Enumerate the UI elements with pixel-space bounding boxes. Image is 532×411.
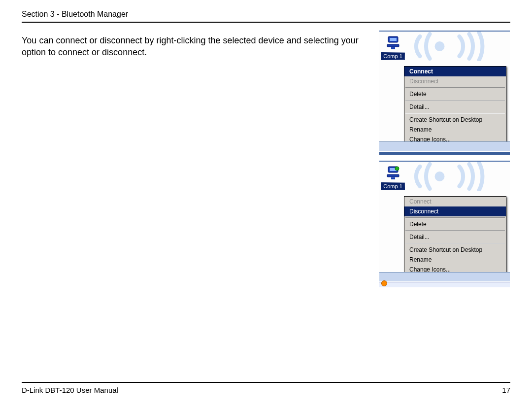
- screenshot-connect: Comp 1 Connect Disconnect Delete Detail.…: [379, 31, 510, 155]
- menu-item-rename[interactable]: Rename: [404, 255, 506, 265]
- footer-divider: [22, 382, 510, 383]
- status-strip: [379, 272, 510, 281]
- svg-point-0: [435, 41, 445, 51]
- svg-rect-2: [390, 38, 397, 41]
- bluetooth-waves-icon: [409, 162, 510, 191]
- menu-item-rename[interactable]: Rename: [404, 125, 506, 135]
- device-label[interactable]: Comp 1: [381, 182, 405, 190]
- svg-rect-3: [387, 44, 399, 47]
- device-area: Comp 1: [379, 162, 406, 190]
- manual-title: D-Link DBT-120 User Manual: [22, 386, 118, 394]
- context-menu: Connect Disconnect Delete Detail... Crea…: [404, 66, 506, 145]
- menu-item-detail[interactable]: Detail...: [404, 232, 506, 242]
- computer-connected-icon[interactable]: [386, 166, 400, 180]
- screenshot-body: Comp 1 Connect Disconnect Delete Detail.…: [379, 162, 510, 287]
- page: Section 3 - Bluetooth Manager You can co…: [0, 0, 532, 411]
- menu-separator: [405, 100, 505, 101]
- screenshot-disconnect: Comp 1 Connect Disconnect Delete Detail.…: [379, 161, 510, 287]
- menu-item-disconnect[interactable]: Disconnect: [404, 206, 506, 216]
- page-footer: D-Link DBT-120 User Manual 17: [22, 378, 510, 394]
- status-strip: [379, 141, 510, 151]
- menu-separator: [405, 230, 505, 231]
- menu-item-delete[interactable]: Delete: [404, 89, 506, 99]
- menu-item-shortcut[interactable]: Create Shortcut on Desktop: [404, 245, 506, 255]
- svg-point-10: [395, 167, 399, 171]
- device-label[interactable]: Comp 1: [381, 52, 405, 60]
- menu-item-connect: Connect: [404, 197, 506, 206]
- footer-row: D-Link DBT-120 User Manual 17: [22, 386, 510, 394]
- computer-icon[interactable]: [386, 35, 400, 50]
- page-header: Section 3 - Bluetooth Manager: [22, 10, 510, 27]
- bluetooth-waves-icon: [409, 32, 510, 61]
- svg-point-5: [435, 171, 445, 181]
- svg-rect-8: [387, 174, 399, 177]
- bottom-strip: [379, 282, 510, 287]
- menu-item-connect[interactable]: Connect: [404, 67, 506, 76]
- screenshot-body: Comp 1 Connect Disconnect Delete Detail.…: [379, 32, 510, 155]
- device-area: Comp 1: [379, 32, 406, 60]
- section-title: Section 3 - Bluetooth Manager: [22, 10, 510, 19]
- menu-separator: [405, 243, 505, 244]
- header-divider: [22, 22, 510, 23]
- menu-separator: [405, 113, 505, 114]
- tray-indicator-icon: [381, 280, 387, 286]
- menu-item-shortcut[interactable]: Create Shortcut on Desktop: [404, 115, 506, 125]
- menu-item-delete[interactable]: Delete: [404, 219, 506, 229]
- menu-item-detail[interactable]: Detail...: [404, 102, 506, 112]
- context-menu: Connect Disconnect Delete Detail... Crea…: [404, 196, 506, 275]
- svg-rect-9: [391, 177, 395, 179]
- menu-separator: [405, 87, 505, 88]
- titlebar-strip: [379, 152, 510, 155]
- menu-separator: [405, 217, 505, 218]
- menu-item-disconnect: Disconnect: [404, 76, 506, 86]
- body-paragraph: You can connect or disconnect by right-c…: [22, 34, 376, 59]
- svg-rect-4: [391, 47, 395, 49]
- page-number: 17: [502, 386, 510, 394]
